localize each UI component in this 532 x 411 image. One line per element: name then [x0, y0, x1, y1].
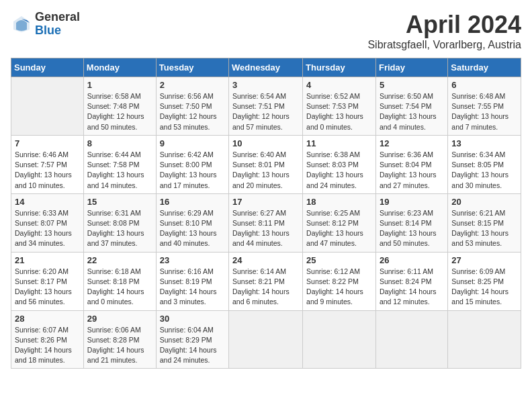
logo-blue-text: Blue: [35, 24, 80, 38]
day-cell: [11, 77, 84, 136]
day-cell: 17Sunrise: 6:27 AM Sunset: 8:11 PM Dayli…: [229, 193, 303, 252]
day-detail: Sunrise: 6:58 AM Sunset: 7:48 PM Dayligh…: [87, 91, 152, 132]
day-cell: [448, 310, 521, 369]
day-detail: Sunrise: 6:38 AM Sunset: 8:03 PM Dayligh…: [306, 150, 372, 191]
logo-icon: [11, 13, 32, 35]
header-cell-tuesday: Tuesday: [156, 58, 228, 77]
day-number: 19: [380, 197, 444, 207]
day-detail: Sunrise: 6:06 AM Sunset: 8:28 PM Dayligh…: [87, 325, 152, 366]
day-number: 17: [232, 197, 299, 207]
header-cell-friday: Friday: [375, 58, 447, 77]
day-number: 28: [15, 314, 80, 324]
day-cell: 4Sunrise: 6:52 AM Sunset: 7:53 PM Daylig…: [303, 77, 376, 136]
day-number: 11: [306, 138, 372, 148]
day-cell: [229, 310, 303, 369]
day-number: 1: [87, 80, 152, 90]
header-cell-thursday: Thursday: [303, 58, 376, 77]
day-cell: 7Sunrise: 6:46 AM Sunset: 7:57 PM Daylig…: [11, 135, 84, 193]
day-detail: Sunrise: 6:56 AM Sunset: 7:50 PM Dayligh…: [160, 91, 225, 132]
day-number: 25: [306, 255, 372, 265]
day-number: 30: [160, 314, 225, 324]
day-cell: [375, 310, 447, 369]
week-row-4: 21Sunrise: 6:20 AM Sunset: 8:17 PM Dayli…: [11, 252, 521, 310]
day-detail: Sunrise: 6:34 AM Sunset: 8:05 PM Dayligh…: [451, 150, 517, 191]
day-cell: 12Sunrise: 6:36 AM Sunset: 8:04 PM Dayli…: [375, 135, 447, 193]
day-number: 22: [87, 255, 152, 265]
day-detail: Sunrise: 6:11 AM Sunset: 8:24 PM Dayligh…: [380, 267, 444, 308]
day-cell: 1Sunrise: 6:58 AM Sunset: 7:48 PM Daylig…: [83, 77, 156, 136]
day-cell: 18Sunrise: 6:25 AM Sunset: 8:12 PM Dayli…: [303, 193, 376, 252]
day-detail: Sunrise: 6:29 AM Sunset: 8:10 PM Dayligh…: [160, 208, 225, 249]
day-cell: 22Sunrise: 6:18 AM Sunset: 8:18 PM Dayli…: [83, 252, 156, 310]
day-detail: Sunrise: 6:46 AM Sunset: 7:57 PM Dayligh…: [15, 150, 80, 191]
day-cell: 3Sunrise: 6:54 AM Sunset: 7:51 PM Daylig…: [229, 77, 303, 136]
day-detail: Sunrise: 6:20 AM Sunset: 8:17 PM Dayligh…: [15, 267, 80, 308]
week-row-1: 1Sunrise: 6:58 AM Sunset: 7:48 PM Daylig…: [11, 77, 521, 136]
day-detail: Sunrise: 6:33 AM Sunset: 8:07 PM Dayligh…: [15, 208, 80, 249]
day-detail: Sunrise: 6:54 AM Sunset: 7:51 PM Dayligh…: [232, 91, 299, 132]
day-cell: 13Sunrise: 6:34 AM Sunset: 8:05 PM Dayli…: [448, 135, 521, 193]
title-block: April 2024 Sibratsgfaell, Vorarlberg, Au…: [367, 11, 521, 51]
day-number: 14: [15, 197, 80, 207]
day-cell: 24Sunrise: 6:14 AM Sunset: 8:21 PM Dayli…: [229, 252, 303, 310]
day-cell: 2Sunrise: 6:56 AM Sunset: 7:50 PM Daylig…: [156, 77, 228, 136]
day-cell: 25Sunrise: 6:12 AM Sunset: 8:22 PM Dayli…: [303, 252, 376, 310]
day-cell: 20Sunrise: 6:21 AM Sunset: 8:15 PM Dayli…: [448, 193, 521, 252]
day-detail: Sunrise: 6:48 AM Sunset: 7:55 PM Dayligh…: [451, 91, 517, 132]
day-number: 7: [15, 138, 80, 148]
day-detail: Sunrise: 6:04 AM Sunset: 8:29 PM Dayligh…: [160, 325, 225, 366]
day-cell: 28Sunrise: 6:07 AM Sunset: 8:26 PM Dayli…: [11, 310, 84, 369]
day-detail: Sunrise: 6:16 AM Sunset: 8:19 PM Dayligh…: [160, 267, 225, 308]
day-number: 8: [87, 138, 152, 148]
day-cell: 6Sunrise: 6:48 AM Sunset: 7:55 PM Daylig…: [448, 77, 521, 136]
day-cell: 19Sunrise: 6:23 AM Sunset: 8:14 PM Dayli…: [375, 193, 447, 252]
calendar-header: SundayMondayTuesdayWednesdayThursdayFrid…: [11, 58, 521, 77]
day-cell: 8Sunrise: 6:44 AM Sunset: 7:58 PM Daylig…: [83, 135, 156, 193]
day-detail: Sunrise: 6:44 AM Sunset: 7:58 PM Dayligh…: [87, 150, 152, 191]
day-cell: [303, 310, 376, 369]
day-number: 16: [160, 197, 225, 207]
day-number: 27: [451, 255, 517, 265]
day-cell: 16Sunrise: 6:29 AM Sunset: 8:10 PM Dayli…: [156, 193, 228, 252]
day-cell: 30Sunrise: 6:04 AM Sunset: 8:29 PM Dayli…: [156, 310, 228, 369]
page-header: General Blue April 2024 Sibratsgfaell, V…: [11, 11, 521, 51]
day-number: 20: [451, 197, 517, 207]
day-cell: 10Sunrise: 6:40 AM Sunset: 8:01 PM Dayli…: [229, 135, 303, 193]
day-number: 3: [232, 80, 299, 90]
day-number: 9: [160, 138, 225, 148]
day-detail: Sunrise: 6:31 AM Sunset: 8:08 PM Dayligh…: [87, 208, 152, 249]
week-row-5: 28Sunrise: 6:07 AM Sunset: 8:26 PM Dayli…: [11, 310, 521, 369]
day-number: 23: [160, 255, 225, 265]
calendar-table: SundayMondayTuesdayWednesdayThursdayFrid…: [11, 58, 521, 369]
day-cell: 21Sunrise: 6:20 AM Sunset: 8:17 PM Dayli…: [11, 252, 84, 310]
day-number: 24: [232, 255, 299, 265]
week-row-2: 7Sunrise: 6:46 AM Sunset: 7:57 PM Daylig…: [11, 135, 521, 193]
day-detail: Sunrise: 6:25 AM Sunset: 8:12 PM Dayligh…: [306, 208, 372, 249]
day-detail: Sunrise: 6:36 AM Sunset: 8:04 PM Dayligh…: [380, 150, 444, 191]
day-cell: 26Sunrise: 6:11 AM Sunset: 8:24 PM Dayli…: [375, 252, 447, 310]
day-detail: Sunrise: 6:50 AM Sunset: 7:54 PM Dayligh…: [380, 91, 444, 132]
day-detail: Sunrise: 6:52 AM Sunset: 7:53 PM Dayligh…: [306, 91, 372, 132]
day-number: 15: [87, 197, 152, 207]
header-cell-monday: Monday: [83, 58, 156, 77]
header-cell-saturday: Saturday: [448, 58, 521, 77]
day-detail: Sunrise: 6:27 AM Sunset: 8:11 PM Dayligh…: [232, 208, 299, 249]
day-number: 26: [380, 255, 444, 265]
day-cell: 29Sunrise: 6:06 AM Sunset: 8:28 PM Dayli…: [83, 310, 156, 369]
day-detail: Sunrise: 6:42 AM Sunset: 8:00 PM Dayligh…: [160, 150, 225, 191]
day-cell: 27Sunrise: 6:09 AM Sunset: 8:25 PM Dayli…: [448, 252, 521, 310]
day-detail: Sunrise: 6:40 AM Sunset: 8:01 PM Dayligh…: [232, 150, 299, 191]
day-detail: Sunrise: 6:14 AM Sunset: 8:21 PM Dayligh…: [232, 267, 299, 308]
day-number: 18: [306, 197, 372, 207]
calendar-subtitle: Sibratsgfaell, Vorarlberg, Austria: [367, 39, 521, 51]
header-row: SundayMondayTuesdayWednesdayThursdayFrid…: [11, 58, 521, 77]
day-number: 21: [15, 255, 80, 265]
day-detail: Sunrise: 6:18 AM Sunset: 8:18 PM Dayligh…: [87, 267, 152, 308]
day-detail: Sunrise: 6:07 AM Sunset: 8:26 PM Dayligh…: [15, 325, 80, 366]
day-number: 4: [306, 80, 372, 90]
calendar-body: 1Sunrise: 6:58 AM Sunset: 7:48 PM Daylig…: [11, 77, 521, 369]
calendar-title: April 2024: [367, 11, 521, 39]
day-cell: 15Sunrise: 6:31 AM Sunset: 8:08 PM Dayli…: [83, 193, 156, 252]
day-detail: Sunrise: 6:12 AM Sunset: 8:22 PM Dayligh…: [306, 267, 372, 308]
day-number: 10: [232, 138, 299, 148]
